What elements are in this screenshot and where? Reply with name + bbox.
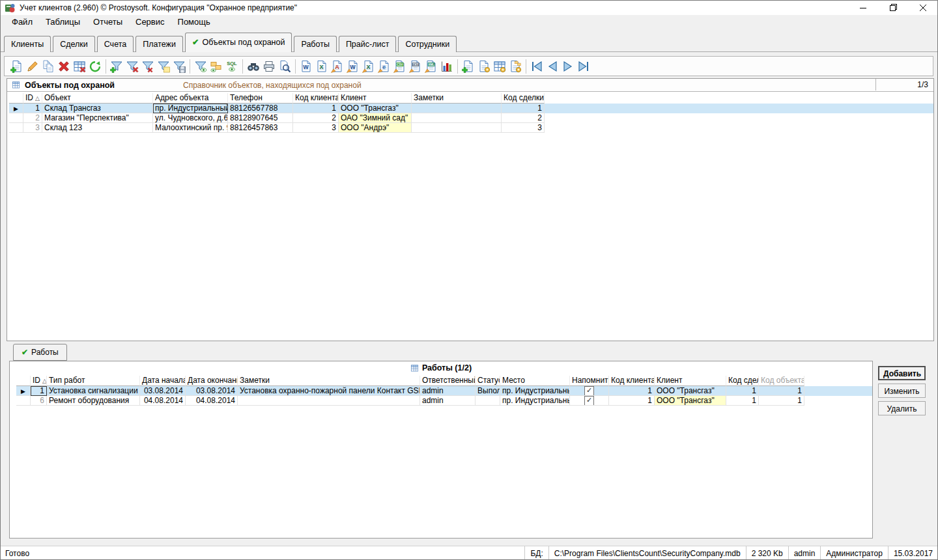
filter-add-icon[interactable] <box>109 59 124 74</box>
export-excel-icon[interactable]: X <box>314 59 330 74</box>
col-client[interactable]: Клиент <box>655 376 726 386</box>
col-remind[interactable]: Напомнить <box>570 376 609 386</box>
col-id[interactable]: ID△ <box>31 376 47 386</box>
menu-tables[interactable]: Таблицы <box>39 17 87 27</box>
tab-deals[interactable]: Сделки <box>53 36 95 52</box>
col-place[interactable]: Место <box>500 376 570 386</box>
cell-id[interactable]: 2 <box>23 113 42 123</box>
cell-deal-code[interactable]: 1 <box>726 386 759 396</box>
cell-phone[interactable]: 88126457863 <box>228 123 293 133</box>
filter-delete-icon[interactable] <box>124 59 140 74</box>
remind-checkbox-checked[interactable]: ✓ <box>584 396 594 406</box>
col-status[interactable]: Статус <box>476 376 500 386</box>
cell-date-start[interactable]: 04.08.2014 <box>140 396 186 406</box>
col-date-end[interactable]: Дата окончания <box>186 376 238 386</box>
menu-help[interactable]: Помощь <box>171 17 217 27</box>
cell-id[interactable]: 6 <box>31 396 47 406</box>
cell-id-current[interactable]: 1 <box>31 386 47 396</box>
export-excel-file-icon[interactable]: X <box>361 59 377 74</box>
col-notes[interactable]: Заметки <box>412 93 502 104</box>
tab-works[interactable]: Работы <box>294 36 336 52</box>
menu-service[interactable]: Сервис <box>129 17 171 27</box>
tab-pricelist[interactable]: Прайс-лист <box>339 36 397 52</box>
nav-next-icon[interactable] <box>560 59 576 74</box>
col-date-start[interactable]: Дата начала <box>140 376 186 386</box>
cell-notes[interactable] <box>412 123 502 133</box>
cell-place[interactable]: пр. Индустриальны <box>500 396 570 406</box>
col-responsible[interactable]: Ответственный <box>420 376 476 386</box>
cell-client-code[interactable]: 3 <box>293 123 339 133</box>
cell-responsible[interactable]: admin <box>420 386 476 396</box>
delete-record-icon[interactable] <box>56 59 72 74</box>
nav-prev-icon[interactable] <box>545 59 560 74</box>
export-pdf-icon[interactable]: A <box>330 59 345 74</box>
cell-client[interactable]: ОАО "Зимний сад" <box>339 113 412 123</box>
cell-deal-code[interactable]: 2 <box>502 113 545 123</box>
cell-notes[interactable] <box>412 104 502 113</box>
nav-first-icon[interactable] <box>529 59 545 74</box>
table-row[interactable]: ▶ 1 Склад Трансгаз пр. Индустриальный д.… <box>9 104 933 113</box>
add-form-icon[interactable] <box>461 59 476 74</box>
cell-client-code[interactable]: 1 <box>609 386 655 396</box>
cell-notes[interactable] <box>238 396 420 406</box>
close-button[interactable] <box>908 0 938 15</box>
export-word-file-icon[interactable]: W <box>345 59 361 74</box>
menu-reports[interactable]: Отчеты <box>87 17 129 27</box>
col-object-code[interactable]: Код объекта <box>759 376 804 386</box>
cell-date-end[interactable]: 03.08.2014 <box>186 386 238 396</box>
cell-client[interactable]: ООО "Трансгаз" <box>655 386 726 396</box>
cell-client-code[interactable]: 1 <box>293 104 339 113</box>
col-client-code[interactable]: Код клиента <box>293 93 339 104</box>
export-txt-icon[interactable]: TXT <box>408 59 423 74</box>
cell-deal-code[interactable]: 1 <box>502 104 545 113</box>
col-deal-code[interactable]: Код сделки <box>726 376 759 386</box>
cell-id[interactable]: 3 <box>23 123 42 133</box>
copy-record-icon[interactable] <box>40 59 56 74</box>
print-preview-icon[interactable] <box>277 59 292 74</box>
col-notes[interactable]: Заметки <box>238 376 420 386</box>
table-row[interactable]: 3 Склад 123 Малоохтинский пр. 98 8812645… <box>9 123 933 133</box>
cell-work-type[interactable]: Установка сигнализации <box>47 386 140 396</box>
remind-checkbox-checked[interactable]: ✓ <box>584 386 594 396</box>
cell-date-start[interactable]: 03.08.2014 <box>140 386 186 396</box>
cell-notes[interactable] <box>412 113 502 123</box>
export-word-icon[interactable]: W <box>298 59 314 74</box>
cell-address[interactable]: ул. Чудновского, д.6 <box>153 113 228 123</box>
cell-address[interactable]: Малоохтинский пр. 98 <box>153 123 228 133</box>
minimize-button[interactable] <box>848 0 878 15</box>
cell-work-type[interactable]: Ремонт оборудования <box>47 396 140 406</box>
search-icon[interactable] <box>246 59 261 74</box>
delete-set-icon[interactable] <box>72 59 87 74</box>
col-id[interactable]: ID△ <box>23 93 42 104</box>
cell-remind[interactable]: ✓ <box>570 396 609 406</box>
restore-button[interactable] <box>878 0 908 15</box>
export-html-icon[interactable]: e <box>377 59 392 74</box>
table-row[interactable]: 6 Ремонт оборудования 04.08.2014 04.08.2… <box>16 396 872 406</box>
form-settings-icon[interactable] <box>507 59 523 74</box>
cell-phone[interactable]: 88126567788 <box>228 104 293 113</box>
export-csv-icon[interactable]: CSV <box>392 59 408 74</box>
cell-date-end[interactable]: 04.08.2014 <box>186 396 238 406</box>
cell-notes[interactable]: Установка охранно-пожарной панели Контак… <box>238 386 420 396</box>
cell-status[interactable] <box>476 396 500 406</box>
cell-place[interactable]: пр. Индустриальны <box>500 386 570 396</box>
filter-save-icon[interactable] <box>171 59 187 74</box>
edit-record-icon[interactable] <box>25 59 40 74</box>
cell-address-current[interactable]: пр. Индустриальный д.15 <box>153 104 228 113</box>
cell-client[interactable]: ООО "Андрэ" <box>339 123 412 133</box>
cell-object-code[interactable]: 1 <box>759 386 804 396</box>
filter-clear-icon[interactable] <box>140 59 156 74</box>
cell-client-code[interactable]: 1 <box>609 396 655 406</box>
cell-object[interactable]: Склад Трансгаз <box>42 104 153 113</box>
cell-client[interactable]: ООО "Трансгаз" <box>655 396 726 406</box>
tab-invoices[interactable]: Счета <box>97 36 134 52</box>
tree-view-icon[interactable] <box>208 59 224 74</box>
col-client-code[interactable]: Код клиента <box>609 376 655 386</box>
cell-id[interactable]: 1 <box>23 104 42 113</box>
table-row[interactable]: 2 Магазин "Перспектива" ул. Чудновского,… <box>9 113 933 123</box>
nav-last-icon[interactable] <box>576 59 591 74</box>
tab-works-detail[interactable]: ✔Работы <box>13 344 67 361</box>
table-row[interactable]: ▶ 1 Установка сигнализации 03.08.2014 03… <box>16 386 872 396</box>
cell-object[interactable]: Магазин "Перспектива" <box>42 113 153 123</box>
table-settings-icon[interactable] <box>492 59 507 74</box>
